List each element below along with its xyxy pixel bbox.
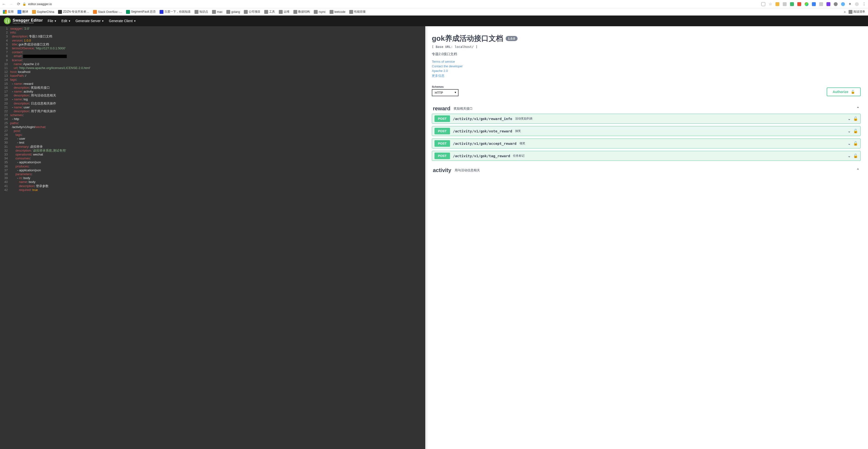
method-badge: POST <box>434 153 450 159</box>
api-version-badge: 1.0.0 <box>506 36 518 41</box>
schemes-label: Schemes <box>432 85 459 88</box>
extensions-icon[interactable]: ✦ <box>848 2 851 6</box>
chevron-down-icon: ⌄ <box>847 129 851 133</box>
bookmark-folder[interactable]: 知识点 <box>194 10 208 14</box>
method-badge: POST <box>434 140 450 147</box>
scheme-select[interactable]: HTTP <box>432 89 459 96</box>
forward-icon[interactable]: → <box>9 2 13 6</box>
tag-header[interactable]: activity用与活动信息相关⌃ <box>432 165 861 175</box>
bookmark-folder[interactable]: mac <box>212 10 222 14</box>
tos-link[interactable]: Terms of service <box>432 60 861 63</box>
tag-description: 用与活动信息相关 <box>455 168 480 173</box>
lock-icon: 🔓 <box>853 129 858 133</box>
operation-summary: 活动奖励列表 <box>515 117 533 121</box>
lock-icon: 🔒 <box>22 2 26 6</box>
api-description: 专题2.0接口文档 <box>432 52 861 56</box>
logo-text: Swagger Editor <box>12 18 43 22</box>
browser-toolbar: ← → ⟳ 🔒 editor.swagger.io ☆ ✦ ⋮ <box>0 0 868 8</box>
code-body[interactable]: swagger: '2.0'info: description: 专题2.0接口… <box>10 26 425 192</box>
ext-icon-6[interactable] <box>812 2 816 6</box>
menu-icon[interactable]: ⋮ <box>862 2 866 6</box>
operation-row[interactable]: POST/activity/v1/gok/accept_reward领奖⌄🔓 <box>432 139 861 148</box>
api-title: gok养成活动接口文档 <box>432 33 503 43</box>
tag-description: 奖励相关接口 <box>454 107 473 111</box>
ext-icon-7[interactable] <box>819 2 823 6</box>
bookmark-item[interactable]: ZDZN-专业开发者… <box>58 10 89 14</box>
ext-icon-3[interactable] <box>790 2 794 6</box>
tag-header[interactable]: reward奖励相关接口⌃ <box>432 103 861 114</box>
operation-summary: 任务标记 <box>513 154 525 158</box>
menu-generate-client[interactable]: Generate Client▼ <box>109 19 136 23</box>
ext-icon-1[interactable] <box>775 2 779 6</box>
star-icon[interactable]: ☆ <box>769 2 772 6</box>
license-link[interactable]: Apache 2.0 <box>432 69 861 73</box>
bookmark-item[interactable]: 百度一下，你就知道 <box>160 10 191 14</box>
ext-icon-5[interactable] <box>805 2 808 6</box>
ext-icon-4[interactable] <box>797 2 801 6</box>
reload-icon[interactable]: ⟳ <box>17 2 21 6</box>
main-split: 1234567891011121314151617181920212223242… <box>0 26 868 449</box>
url-text: editor.swagger.io <box>28 2 52 6</box>
menu-edit[interactable]: Edit▼ <box>61 19 71 23</box>
bookmark-item[interactable]: SegmentFault 思否 <box>126 10 156 14</box>
pane-separator[interactable] <box>425 26 427 449</box>
line-gutter: 1234567891011121314151617181920212223242… <box>0 26 10 192</box>
chevron-down-icon: ▼ <box>68 20 71 22</box>
chevron-down-icon: ▼ <box>54 20 57 22</box>
chevron-down-icon: ⌄ <box>847 154 851 158</box>
operation-summary: 领奖 <box>520 141 525 146</box>
lock-icon: 🔓 <box>853 116 858 121</box>
tag-name: reward <box>433 106 450 112</box>
bookmark-item[interactable]: Stack Overflow -… <box>93 10 122 14</box>
api-links: Terms of service Contact the developer A… <box>432 60 861 78</box>
address-bar[interactable]: 🔒 editor.swagger.io <box>22 2 95 6</box>
bookmark-folder[interactable]: 性能容量 <box>349 10 366 14</box>
authorize-button[interactable]: Authorize 🔓 <box>827 87 861 96</box>
bookmark-item[interactable]: GopherChina <box>32 10 54 14</box>
bookmark-folder[interactable]: 工具 <box>264 10 275 14</box>
unlock-icon: 🔓 <box>851 90 855 94</box>
chevron-down-icon: ▼ <box>101 20 104 22</box>
menu-generate-server[interactable]: Generate Server▼ <box>75 19 104 23</box>
bookmark-folder[interactable]: golang <box>226 10 240 14</box>
bookmark-bar: 应用 翻译 GopherChina ZDZN-专业开发者… Stack Over… <box>0 8 868 16</box>
operation-path: /activity/v1/gok/tag_reward <box>453 154 510 158</box>
editor-pane[interactable]: 1234567891011121314151617181920212223242… <box>0 26 425 449</box>
logo: { } Swagger Editor Supported by SMARTBEA… <box>4 18 43 24</box>
apps-button[interactable]: 应用 <box>3 10 13 14</box>
bookmark-folder[interactable]: 数据结构 <box>293 10 310 14</box>
chevron-down-icon: ⌄ <box>847 116 851 121</box>
reading-list[interactable]: 阅读清单 <box>848 10 865 14</box>
tag-name: activity <box>433 167 451 174</box>
bookmark-folder[interactable]: leetcode <box>330 10 345 14</box>
ext-icon-9[interactable] <box>834 2 838 6</box>
api-header: gok养成活动接口文档 1.0.0 [ Base URL: localhost/… <box>432 33 861 78</box>
ext-icon-10[interactable] <box>841 2 845 6</box>
tag-block: reward奖励相关接口⌃POST/activity/v1/gok/reward… <box>432 103 861 161</box>
preview-pane: gok养成活动接口文档 1.0.0 [ Base URL: localhost/… <box>427 26 868 449</box>
bookmark-folder[interactable]: 公司项目 <box>244 10 260 14</box>
menu-file[interactable]: File▼ <box>48 19 56 23</box>
more-link[interactable]: 更多信息 <box>432 73 861 78</box>
bookmark-item[interactable]: 翻译 <box>18 10 28 14</box>
operation-path: /activity/v1/gok/vote_reward <box>453 129 512 133</box>
operation-row[interactable]: POST/activity/v1/gok/vote_reward抽奖⌄🔓 <box>432 126 861 136</box>
logo-icon: { } <box>4 18 11 24</box>
method-badge: POST <box>434 115 450 122</box>
ext-icon-8[interactable] <box>827 2 830 6</box>
contact-link[interactable]: Contact the developer <box>432 64 861 68</box>
operation-row[interactable]: POST/activity/v1/gok/tag_reward任务标记⌄🔓 <box>432 151 861 161</box>
ext-icon-2[interactable] <box>783 2 787 6</box>
profile-icon[interactable] <box>855 2 859 6</box>
lock-icon: 🔓 <box>853 141 858 146</box>
tag-block: activity用与活动信息相关⌃ <box>432 165 861 175</box>
bookmark-folder[interactable]: rsync <box>314 10 326 14</box>
translate-icon[interactable] <box>762 2 765 6</box>
bookmark-folder[interactable]: 运维 <box>279 10 289 14</box>
schemes-row: Schemes HTTP Authorize 🔓 <box>432 85 861 96</box>
chevron-down-icon: ▼ <box>133 20 136 22</box>
back-icon[interactable]: ← <box>2 2 6 6</box>
method-badge: POST <box>434 128 450 134</box>
operation-row[interactable]: POST/activity/v1/gok/reward_info活动奖励列表⌄🔓 <box>432 114 861 124</box>
bookmark-overflow[interactable]: » <box>844 10 846 13</box>
